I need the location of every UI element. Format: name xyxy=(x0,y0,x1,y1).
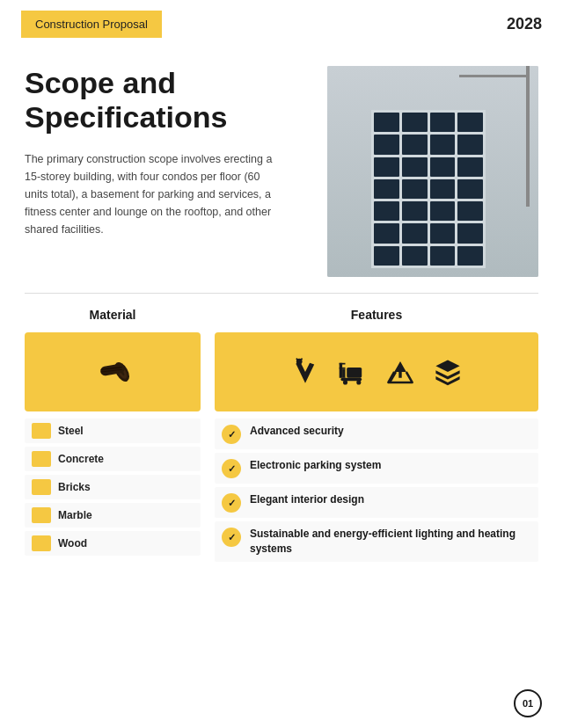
material-color-indicator xyxy=(32,423,51,439)
feature-check-icon: ✓ xyxy=(222,425,241,444)
bottom-section: Material Steel Concrete xyxy=(0,308,563,562)
material-item-label: Wood xyxy=(58,537,87,550)
page-description: The primary construction scope involves … xyxy=(25,150,280,238)
svg-point-12 xyxy=(343,380,347,384)
svg-line-7 xyxy=(296,359,298,360)
header-title: Construction Proposal xyxy=(21,11,162,38)
features-list: ✓ Advanced security ✓ Electronic parking… xyxy=(215,419,538,562)
list-item: Wood xyxy=(25,531,201,556)
material-item-label: Steel xyxy=(58,425,84,437)
section-divider xyxy=(25,293,538,294)
feature-check-icon: ✓ xyxy=(222,528,241,547)
svg-marker-18 xyxy=(435,360,459,372)
material-color-indicator xyxy=(32,507,51,523)
svg-line-9 xyxy=(296,363,298,365)
svg-rect-16 xyxy=(340,363,346,365)
list-item: ✓ Sustainable and energy-efficient light… xyxy=(215,521,538,562)
material-color-indicator xyxy=(32,479,51,495)
material-column-title: Material xyxy=(25,308,201,322)
svg-rect-15 xyxy=(340,363,342,378)
recycle-icon xyxy=(385,357,415,387)
feature-item-label: Advanced security xyxy=(250,424,344,439)
wood-log-icon xyxy=(95,354,130,389)
list-item: ✓ Elegant interior design xyxy=(215,487,538,518)
list-item: ✓ Electronic parking system xyxy=(215,453,538,484)
list-item: Concrete xyxy=(25,447,201,471)
feature-check-icon: ✓ xyxy=(222,493,241,513)
svg-rect-14 xyxy=(342,369,345,378)
multitool-icon xyxy=(290,357,320,387)
features-column-title: Features xyxy=(215,308,538,322)
list-item: Marble xyxy=(25,503,201,528)
material-item-label: Bricks xyxy=(58,481,91,493)
material-color-indicator xyxy=(32,451,51,467)
list-item: ✓ Advanced security xyxy=(215,419,538,449)
feature-item-label: Elegant interior design xyxy=(250,492,364,507)
crane-vertical xyxy=(526,66,530,207)
material-item-label: Marble xyxy=(58,509,92,521)
material-icon-box xyxy=(25,332,201,411)
header-year: 2028 xyxy=(507,15,542,33)
main-left: Scope and Specifications The primary con… xyxy=(25,66,310,277)
material-column: Material Steel Concrete xyxy=(25,308,201,562)
forklift-icon xyxy=(338,357,368,387)
building-image xyxy=(327,66,538,277)
material-list: Steel Concrete Bricks Marble Wood xyxy=(25,419,201,556)
main-section: Scope and Specifications The primary con… xyxy=(0,48,563,277)
page-number: 01 xyxy=(514,689,542,717)
list-item: Bricks xyxy=(25,475,201,499)
crane-arm xyxy=(459,75,530,77)
building-structure xyxy=(371,110,486,268)
features-column: Features xyxy=(215,308,538,562)
layers-icon xyxy=(433,357,463,387)
feature-item-label: Electronic parking system xyxy=(250,458,381,473)
material-item-label: Concrete xyxy=(58,453,104,465)
feature-check-icon: ✓ xyxy=(222,459,241,478)
list-item: Steel xyxy=(25,419,201,443)
svg-rect-10 xyxy=(347,368,362,378)
svg-rect-17 xyxy=(340,368,346,369)
features-icon-box xyxy=(215,332,538,411)
feature-item-label: Sustainable and energy-efficient lightin… xyxy=(250,527,531,557)
material-color-indicator xyxy=(32,535,51,551)
svg-point-13 xyxy=(356,380,361,384)
page-title: Scope and Specifications xyxy=(25,66,310,135)
svg-line-8 xyxy=(301,359,303,360)
header: Construction Proposal 2028 xyxy=(0,0,563,48)
